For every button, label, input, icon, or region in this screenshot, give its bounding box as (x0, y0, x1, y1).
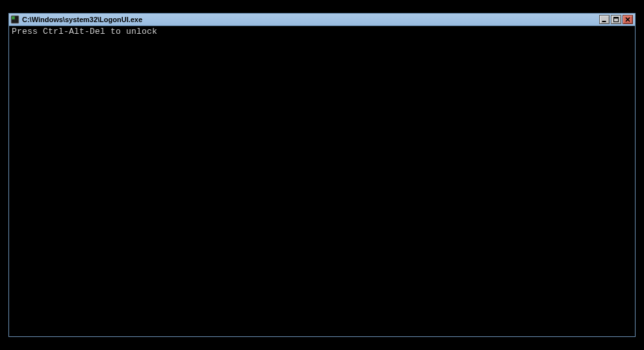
close-icon (625, 14, 631, 25)
svg-rect-4 (15, 20, 18, 23)
window-titlebar[interactable]: C:\Windows\system32\LogonUI.exe (9, 14, 635, 26)
window-title: C:\Windows\system32\LogonUI.exe (22, 14, 599, 26)
svg-rect-3 (12, 20, 15, 23)
window-controls (599, 15, 634, 24)
console-content-area: Press Ctrl-Alt-Del to unlock (9, 26, 635, 336)
svg-rect-1 (12, 16, 15, 20)
maximize-button[interactable] (611, 15, 621, 24)
minimize-button[interactable] (599, 15, 610, 24)
close-button[interactable] (623, 15, 633, 24)
minimize-icon (601, 14, 608, 25)
console-window: C:\Windows\system32\LogonUI.exe (8, 13, 636, 337)
svg-rect-5 (602, 21, 606, 22)
svg-rect-7 (614, 18, 619, 19)
console-output-line: Press Ctrl-Alt-Del to unlock (12, 27, 632, 36)
svg-rect-2 (15, 16, 18, 20)
maximize-icon (613, 14, 619, 25)
app-icon (10, 15, 19, 24)
